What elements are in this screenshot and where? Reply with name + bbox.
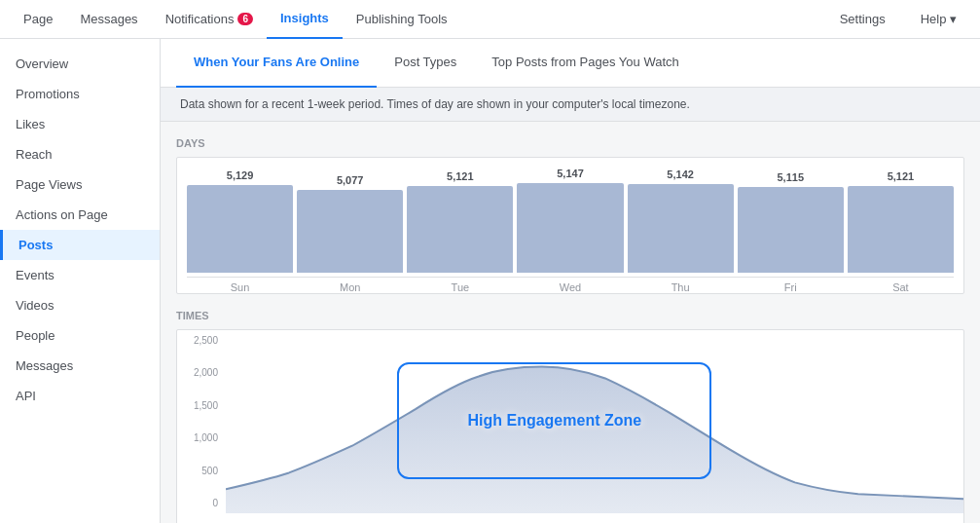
sidebar-item-people[interactable]: People (0, 320, 160, 351)
main-layout: Overview Promotions Likes Reach Page Vie… (0, 39, 980, 523)
nav-messages[interactable]: Messages (66, 0, 151, 39)
day-value-tue: 5,121 (447, 170, 474, 182)
day-label-sat: Sat (848, 281, 954, 293)
sidebar-item-page-views[interactable]: Page Views (0, 169, 160, 200)
sidebar-item-posts[interactable]: Posts (0, 230, 160, 260)
sidebar-item-actions-on-page[interactable]: Actions on Page (0, 200, 160, 230)
top-nav: Page Messages Notifications 6 Insights P… (0, 0, 980, 39)
day-value-sun: 5,129 (227, 169, 254, 181)
y-label-2000: 2,000 (182, 367, 218, 378)
day-labels: SunMonTueWedThuFriSat (187, 277, 954, 293)
notice-bar: Data shown for a recent 1-week period. T… (161, 88, 980, 122)
sidebar-item-events[interactable]: Events (0, 260, 160, 290)
nav-settings[interactable]: Settings (826, 0, 899, 39)
tab-post-types[interactable]: Post Types (377, 39, 474, 88)
day-col-wed: 5,147 (517, 168, 623, 273)
engagement-label: High Engagement Zone (467, 412, 641, 430)
day-label-wed: Wed (517, 281, 623, 293)
sidebar-item-api[interactable]: API (0, 381, 160, 411)
day-bar-sun (187, 185, 293, 273)
sub-nav: When Your Fans Are Online Post Types Top… (161, 39, 980, 88)
days-chart: 5,1295,0775,1215,1475,1425,1155,121 SunM… (176, 157, 964, 294)
day-col-sat: 5,121 (848, 170, 954, 273)
times-label: TIMES (176, 310, 964, 321)
day-value-wed: 5,147 (557, 168, 584, 179)
nav-help[interactable]: Help ▾ (907, 0, 970, 39)
day-col-thu: 5,142 (628, 168, 734, 273)
nav-notifications[interactable]: Notifications 6 (152, 0, 267, 39)
x-axis: 3:00am 6:00am 9:00am 3:00pm 6:00pm 9:00p… (226, 513, 963, 523)
day-col-tue: 5,121 (407, 170, 513, 273)
day-value-fri: 5,115 (778, 171, 805, 183)
day-col-sun: 5,129 (187, 169, 293, 273)
sidebar-item-promotions[interactable]: Promotions (0, 79, 160, 109)
sidebar-item-reach[interactable]: Reach (0, 139, 160, 169)
times-chart-section: TIMES 2,500 2,000 1,500 1,000 500 0 (161, 310, 980, 523)
day-label-fri: Fri (738, 281, 844, 293)
days-bars: 5,1295,0775,1215,1475,1425,1155,121 (187, 168, 954, 273)
days-chart-section: DAYS 5,1295,0775,1215,1475,1425,1155,121… (161, 122, 980, 310)
notifications-badge: 6 (237, 13, 253, 25)
times-chart-container: 2,500 2,000 1,500 1,000 500 0 (176, 329, 964, 523)
notice-text: Data shown for a recent 1-week period. T… (180, 97, 690, 111)
day-bar-mon (297, 190, 403, 273)
sidebar: Overview Promotions Likes Reach Page Vie… (0, 39, 161, 523)
day-label-mon: Mon (297, 281, 403, 293)
day-value-mon: 5,077 (337, 174, 364, 186)
y-label-0: 0 (182, 498, 218, 508)
nav-page[interactable]: Page (10, 0, 66, 39)
day-label-sun: Sun (187, 281, 293, 293)
day-bar-tue (407, 186, 513, 273)
day-bar-wed (517, 183, 623, 273)
sidebar-item-videos[interactable]: Videos (0, 290, 160, 320)
sidebar-item-messages[interactable]: Messages (0, 351, 160, 381)
day-bar-thu (628, 184, 734, 273)
y-label-1500: 1,500 (182, 400, 218, 411)
content-area: When Your Fans Are Online Post Types Top… (161, 39, 980, 523)
day-col-fri: 5,115 (738, 171, 844, 273)
tab-top-posts[interactable]: Top Posts from Pages You Watch (474, 39, 696, 88)
days-label: DAYS (176, 137, 964, 149)
engagement-zone: High Engagement Zone (397, 362, 711, 479)
day-label-thu: Thu (628, 281, 734, 293)
nav-publishing-tools[interactable]: Publishing Tools (343, 0, 461, 39)
top-nav-right: Settings Help ▾ (826, 0, 970, 39)
y-label-2500: 2,500 (182, 335, 218, 346)
y-axis: 2,500 2,000 1,500 1,000 500 0 (177, 330, 226, 513)
day-col-mon: 5,077 (297, 174, 403, 273)
tab-when-fans-online[interactable]: When Your Fans Are Online (176, 39, 377, 88)
day-bar-fri (738, 187, 844, 273)
nav-insights[interactable]: Insights (267, 0, 343, 39)
day-label-tue: Tue (407, 281, 513, 293)
sidebar-item-overview[interactable]: Overview (0, 49, 160, 79)
day-value-sat: 5,121 (888, 170, 915, 182)
y-label-500: 500 (182, 466, 218, 476)
sidebar-item-likes[interactable]: Likes (0, 109, 160, 139)
day-bar-sat (848, 186, 954, 273)
day-value-thu: 5,142 (667, 168, 694, 180)
y-label-1000: 1,000 (182, 432, 218, 443)
